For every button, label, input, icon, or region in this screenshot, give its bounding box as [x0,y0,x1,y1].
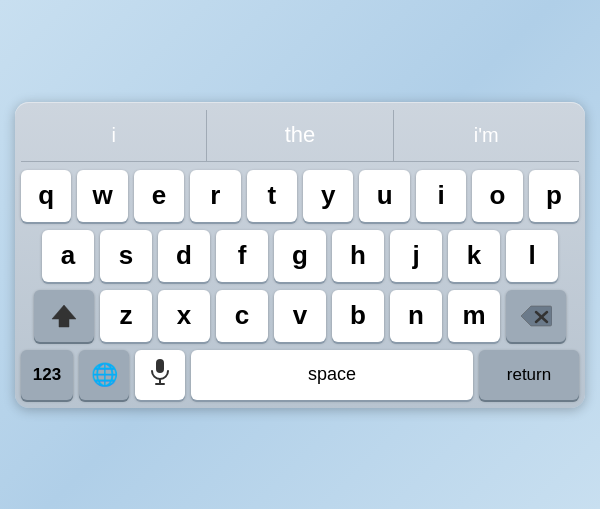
key-i[interactable]: i [416,170,466,222]
key-a[interactable]: a [42,230,94,282]
shift-key[interactable] [34,290,94,342]
numeric-key[interactable]: 123 [21,350,73,400]
key-h[interactable]: h [332,230,384,282]
key-rows: qwertyuiop asdfghjkl zxcvbnm 123 🌐 [21,170,579,400]
return-key[interactable]: return [479,350,579,400]
key-k[interactable]: k [448,230,500,282]
suggestions-bar: i the i'm [21,110,579,162]
key-o[interactable]: o [472,170,522,222]
key-u[interactable]: u [359,170,409,222]
key-q[interactable]: q [21,170,71,222]
globe-icon: 🌐 [91,362,118,388]
suggestion-left-text: i [111,124,115,147]
key-r[interactable]: r [190,170,240,222]
key-c[interactable]: c [216,290,268,342]
mic-icon [148,358,172,391]
suggestion-middle[interactable]: the [207,110,393,161]
suggestion-middle-text: the [285,122,316,148]
row-bottom: zxcvbnm [21,290,579,342]
delete-key[interactable] [506,290,566,342]
key-e[interactable]: e [134,170,184,222]
key-j[interactable]: j [390,230,442,282]
key-x[interactable]: x [158,290,210,342]
mic-key[interactable] [135,350,185,400]
key-m[interactable]: m [448,290,500,342]
delete-icon [520,305,552,327]
key-t[interactable]: t [247,170,297,222]
key-l[interactable]: l [506,230,558,282]
svg-rect-3 [156,359,164,373]
key-z[interactable]: z [100,290,152,342]
suggestion-right[interactable]: i'm [394,110,579,161]
keyboard: i the i'm qwertyuiop asdfghjkl zxcvbnm 1… [15,102,585,408]
key-s[interactable]: s [100,230,152,282]
key-g[interactable]: g [274,230,326,282]
key-n[interactable]: n [390,290,442,342]
svg-marker-0 [52,305,76,327]
suggestion-left[interactable]: i [21,110,207,161]
row-top: qwertyuiop [21,170,579,222]
row-middle: asdfghjkl [21,230,579,282]
suggestion-right-text: i'm [474,124,499,147]
key-b[interactable]: b [332,290,384,342]
shift-icon [51,303,77,329]
return-label: return [507,365,551,385]
globe-key[interactable]: 🌐 [79,350,129,400]
key-y[interactable]: y [303,170,353,222]
key-p[interactable]: p [529,170,579,222]
space-key[interactable]: space [191,350,473,400]
key-f[interactable]: f [216,230,268,282]
key-w[interactable]: w [77,170,127,222]
bottom-row: 123 🌐 space return [21,350,579,400]
key-v[interactable]: v [274,290,326,342]
numeric-label: 123 [33,365,61,385]
key-d[interactable]: d [158,230,210,282]
space-label: space [308,364,356,385]
